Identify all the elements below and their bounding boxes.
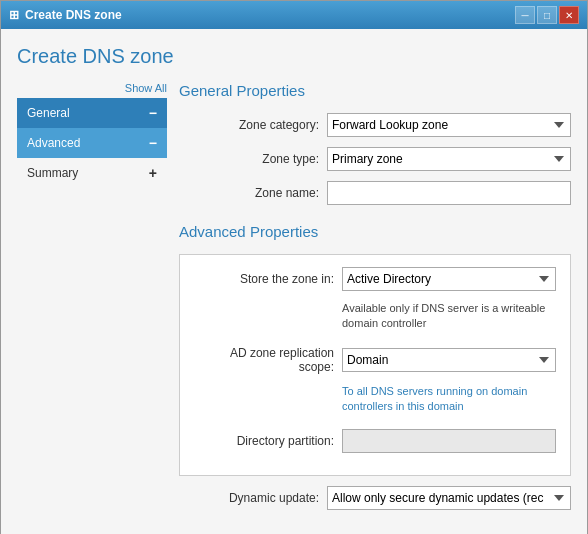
page-title: Create DNS zone: [17, 45, 571, 68]
sidebar-item-general[interactable]: General −: [17, 98, 167, 128]
zone-name-label: Zone name:: [179, 186, 319, 200]
maximize-button[interactable]: □: [537, 6, 557, 24]
zone-type-wrap: Primary zone Secondary zone Stub zone: [327, 147, 571, 171]
ad-replication-group: AD zone replication scope: Domain Forest…: [194, 346, 556, 415]
zone-name-input[interactable]: [327, 181, 571, 205]
zone-name-wrap: [327, 181, 571, 205]
sidebar-item-summary[interactable]: Summary +: [17, 158, 167, 188]
advanced-properties-title: Advanced Properties: [179, 223, 571, 240]
ad-replication-row: AD zone replication scope: Domain Forest…: [194, 346, 556, 374]
store-zone-select[interactable]: Active Directory File: [342, 267, 556, 291]
sidebar-item-general-icon: −: [149, 105, 157, 121]
window-title: Create DNS zone: [25, 8, 122, 22]
content-area: Show All General − Advanced − Summary + …: [17, 82, 571, 520]
dynamic-update-row: Dynamic update: Allow only secure dynami…: [179, 486, 571, 510]
sidebar-item-advanced-icon: −: [149, 135, 157, 151]
zone-category-wrap: Forward Lookup zone Reverse Lookup zone: [327, 113, 571, 137]
directory-partition-label: Directory partition:: [194, 434, 334, 448]
store-zone-label: Store the zone in:: [194, 272, 334, 286]
sidebar-item-summary-label: Summary: [27, 166, 78, 180]
directory-partition-row: Directory partition:: [194, 429, 556, 453]
ad-replication-wrap: Domain Forest Legacy: [342, 348, 556, 372]
sidebar-item-advanced[interactable]: Advanced −: [17, 128, 167, 158]
sidebar-item-general-label: General: [27, 106, 70, 120]
zone-name-row: Zone name:: [179, 181, 571, 205]
dynamic-update-label: Dynamic update:: [179, 491, 319, 505]
directory-partition-wrap: [342, 429, 556, 453]
dynamic-update-select[interactable]: Allow only secure dynamic updates (rec A…: [327, 486, 571, 510]
minimize-button[interactable]: ─: [515, 6, 535, 24]
ad-replication-select[interactable]: Domain Forest Legacy: [342, 348, 556, 372]
sidebar-item-summary-icon: +: [149, 165, 157, 181]
sidebar-item-advanced-label: Advanced: [27, 136, 80, 150]
main-window: ⊞ Create DNS zone ─ □ ✕ Create DNS zone …: [0, 0, 588, 534]
directory-partition-input: [342, 429, 556, 453]
zone-category-select[interactable]: Forward Lookup zone Reverse Lookup zone: [327, 113, 571, 137]
window-icon: ⊞: [9, 8, 19, 22]
store-zone-row: Store the zone in: Active Directory File: [194, 267, 556, 291]
title-bar: ⊞ Create DNS zone ─ □ ✕: [1, 1, 587, 29]
window-body: Create DNS zone Show All General − Advan…: [1, 29, 587, 534]
main-content: General Properties Zone category: Forwar…: [179, 82, 571, 520]
dynamic-update-wrap: Allow only secure dynamic updates (rec A…: [327, 486, 571, 510]
zone-type-label: Zone type:: [179, 152, 319, 166]
sidebar: Show All General − Advanced − Summary +: [17, 82, 167, 520]
show-all-link[interactable]: Show All: [17, 82, 167, 94]
zone-category-row: Zone category: Forward Lookup zone Rever…: [179, 113, 571, 137]
ad-replication-hint: To all DNS servers running on domain con…: [342, 384, 556, 415]
zone-category-label: Zone category:: [179, 118, 319, 132]
close-button[interactable]: ✕: [559, 6, 579, 24]
store-zone-hint: Available only if DNS server is a writea…: [342, 301, 556, 332]
zone-type-row: Zone type: Primary zone Secondary zone S…: [179, 147, 571, 171]
title-bar-left: ⊞ Create DNS zone: [9, 8, 122, 22]
title-controls: ─ □ ✕: [515, 6, 579, 24]
store-zone-wrap: Active Directory File: [342, 267, 556, 291]
general-properties-title: General Properties: [179, 82, 571, 99]
store-zone-group: Store the zone in: Active Directory File…: [194, 267, 556, 332]
ad-replication-label: AD zone replication scope:: [194, 346, 334, 374]
zone-type-select[interactable]: Primary zone Secondary zone Stub zone: [327, 147, 571, 171]
advanced-section-block: Store the zone in: Active Directory File…: [179, 254, 571, 476]
